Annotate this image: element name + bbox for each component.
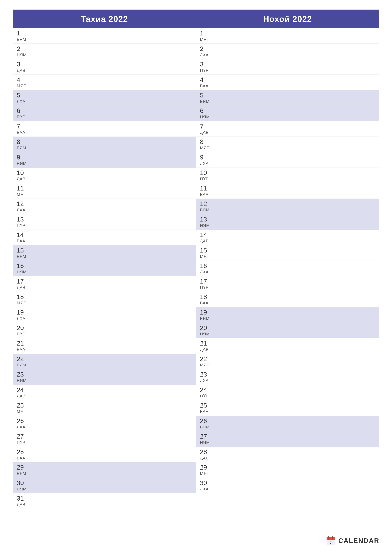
day-name: ПҮР — [200, 176, 375, 182]
day-number: 30 — [200, 479, 375, 486]
day-name: НЯМ — [200, 440, 375, 445]
month-header-0: Тахиа 2022 — [13, 10, 196, 28]
day-row: 16ЛХА — [196, 261, 379, 276]
day-number: 6 — [200, 107, 375, 114]
day-name: НЯМ — [17, 52, 192, 58]
day-number: 6 — [17, 107, 192, 114]
day-row: 13ПҮР — [13, 214, 196, 230]
day-row: 5ЛХА — [13, 90, 196, 106]
day-number: 29 — [17, 464, 192, 471]
day-name: МЯГ — [200, 37, 375, 42]
day-number: 11 — [17, 185, 192, 192]
day-name: ДАВ — [200, 239, 375, 243]
day-name: БЯМ — [17, 146, 192, 150]
day-row: 1МЯГ — [196, 28, 379, 44]
day-number: 13 — [200, 216, 375, 223]
day-name: МЯГ — [17, 301, 192, 306]
day-name: НЯМ — [17, 270, 192, 275]
day-row: 9ЛХА — [196, 152, 379, 168]
month-column-1: 1МЯГ2ЛХА3ПҮР4БАА5БЯМ6НЯМ7ДАВ8МЯГ9ЛХА10ПҮ… — [196, 28, 379, 509]
day-number: 16 — [17, 262, 192, 269]
day-row: 20НЯМ — [196, 323, 379, 338]
day-name: ПҮР — [17, 115, 192, 119]
day-row: 3ПҮР — [196, 59, 379, 75]
day-name: ЛХА — [17, 208, 192, 212]
day-name: БЯМ — [17, 471, 192, 476]
day-number: 12 — [200, 200, 375, 207]
day-number: 1 — [17, 30, 192, 37]
day-row: 19БЯМ — [196, 307, 379, 323]
day-number: 20 — [200, 324, 375, 331]
month-header-1: Нохой 2022 — [196, 10, 379, 28]
day-name: БАА — [200, 409, 375, 414]
page: Тахиа 2022Нохой 20221БЯМ2НЯМ3ДАВ4МЯГ5ЛХА… — [0, 0, 392, 555]
day-name: БАА — [17, 456, 192, 460]
day-name: ДАВ — [17, 502, 192, 507]
day-row: 16НЯМ — [13, 261, 196, 276]
day-name: МЯГ — [200, 363, 375, 367]
day-number: 3 — [200, 61, 375, 68]
day-number: 10 — [17, 169, 192, 176]
day-row: 23НЯМ — [13, 369, 196, 385]
day-name: НЯМ — [200, 223, 375, 228]
day-row: 28ДАВ — [196, 447, 379, 462]
day-name: ПҮР — [200, 394, 375, 399]
day-number: 20 — [17, 324, 192, 331]
day-number: 7 — [200, 123, 375, 130]
day-number: 4 — [200, 76, 375, 83]
day-number: 22 — [17, 355, 192, 362]
day-number: 22 — [200, 355, 375, 362]
day-row: 25МЯГ — [13, 400, 196, 416]
day-number: 29 — [200, 464, 375, 471]
day-name: ДАВ — [17, 394, 192, 399]
day-name: БАА — [200, 84, 375, 88]
day-number: 30 — [17, 479, 192, 486]
day-number: 10 — [200, 169, 375, 176]
day-number: 13 — [17, 216, 192, 223]
day-number: 23 — [200, 371, 375, 378]
day-number: 11 — [200, 185, 375, 192]
day-name: БЯМ — [17, 363, 192, 367]
day-row: 21БАА — [13, 338, 196, 354]
day-name: ЛХА — [200, 487, 375, 492]
day-name: БЯМ — [17, 37, 192, 42]
day-row: 26БЯМ — [196, 416, 379, 431]
day-row: 21ДАВ — [196, 338, 379, 354]
day-number: 28 — [200, 448, 375, 455]
day-number: 21 — [17, 340, 192, 347]
day-number: 1 — [200, 30, 375, 37]
day-number: 5 — [17, 92, 192, 99]
svg-text:7: 7 — [330, 541, 332, 545]
day-name: ЛХА — [17, 99, 192, 104]
day-number: 7 — [17, 123, 192, 130]
calendar-header: Тахиа 2022Нохой 2022 — [13, 10, 379, 28]
day-number: 9 — [17, 154, 192, 161]
day-number: 26 — [17, 417, 192, 424]
day-row: 3ДАВ — [13, 59, 196, 75]
day-name: ПҮР — [17, 332, 192, 336]
day-number: 26 — [200, 417, 375, 424]
day-name: ДАВ — [200, 456, 375, 460]
day-name: ПҮР — [17, 440, 192, 445]
day-number: 25 — [200, 402, 375, 409]
day-row: 20ПҮР — [13, 323, 196, 338]
day-number: 14 — [200, 231, 375, 238]
day-row: 1БЯМ — [13, 28, 196, 44]
day-name: БЯМ — [200, 316, 375, 321]
day-name: МЯГ — [200, 471, 375, 476]
day-row: 4МЯГ — [13, 75, 196, 90]
day-row: 29МЯГ — [196, 462, 379, 478]
day-row: 8МЯГ — [196, 137, 379, 152]
day-row: 5БЯМ — [196, 90, 379, 106]
day-number: 8 — [200, 138, 375, 145]
day-row: 12ЛХА — [13, 199, 196, 214]
day-number: 2 — [200, 45, 375, 52]
day-number: 23 — [17, 371, 192, 378]
day-name: ДАВ — [200, 347, 375, 352]
calendar-logo-icon: 7 — [327, 536, 336, 546]
day-name: ЛХА — [17, 425, 192, 430]
day-name: ЛХА — [200, 270, 375, 275]
day-number: 12 — [17, 200, 192, 207]
day-row: 6НЯМ — [196, 106, 379, 121]
day-number: 18 — [200, 293, 375, 300]
